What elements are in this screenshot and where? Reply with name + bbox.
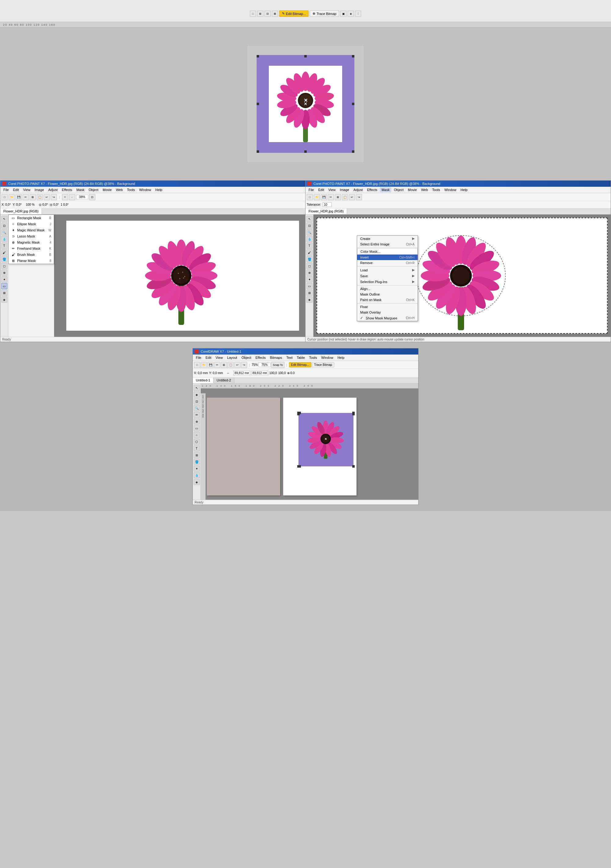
tool-clone[interactable]: ⊕	[1, 270, 7, 276]
draw-menu-bitmaps[interactable]: Bitmaps	[268, 355, 284, 360]
draw-tool-eyedrop[interactable]: 💧	[194, 472, 200, 478]
draw-tb-new[interactable]: □	[194, 362, 200, 368]
menu-mask-right[interactable]: Mask	[380, 188, 391, 192]
menu-object-right[interactable]: Object	[392, 188, 405, 192]
rtool-text[interactable]: T	[306, 243, 312, 249]
rtool-eye[interactable]: 💧	[306, 236, 312, 242]
ctx-mask-outline[interactable]: Mask Outline	[357, 291, 418, 297]
tb-copy[interactable]: ⊞	[29, 194, 36, 200]
menu-window-right[interactable]: Window	[442, 188, 458, 192]
rtool-erase[interactable]: ◻	[306, 263, 312, 269]
rtool-fill[interactable]: 🪣	[306, 256, 312, 262]
mask-dropdown-menu[interactable]: ▭ Rectangle Mask R ○ Ellipse Mask J ✦ Ma…	[8, 215, 54, 264]
draw-tool-pointer[interactable]: ↖	[194, 385, 200, 391]
rtb-new[interactable]: □	[307, 194, 313, 200]
toolbar-icon-5[interactable]: ▣	[340, 11, 346, 17]
tb-zoom-out[interactable]: -	[69, 194, 75, 200]
rtool-paint[interactable]: 🖌	[306, 250, 312, 256]
ctx-invert[interactable]: Invert Ctrl+Shift+I	[357, 254, 418, 260]
rtb-copy[interactable]: ⊞	[335, 194, 341, 200]
rtool-clone[interactable]: ⊕	[306, 270, 312, 276]
rtool-crop[interactable]: ⊡	[306, 223, 312, 229]
draw-trace-bitmap-btn[interactable]: Trace Bitmap	[312, 362, 334, 367]
menu-web-left[interactable]: Web	[114, 188, 124, 192]
menu-mask-left[interactable]: Mask	[74, 188, 86, 192]
tool-interactive[interactable]: ◈	[1, 296, 7, 302]
ctx-load[interactable]: Load ▶	[357, 267, 418, 273]
draw-tool-ellipse[interactable]: ○	[194, 432, 200, 438]
draw-tb-open[interactable]: 📁	[201, 362, 207, 368]
toolbar-icon-2[interactable]: ⊞	[257, 11, 263, 17]
menu-web-right[interactable]: Web	[419, 188, 430, 192]
menu-effects-right[interactable]: Effects	[365, 188, 379, 192]
toolbar-icon-7[interactable]: ⋮	[355, 11, 361, 17]
ctx-mask-overlay[interactable]: Mask Overlay	[357, 310, 418, 315]
draw-menubar[interactable]: File Edit View Layout Object Effects Bit…	[193, 355, 418, 361]
draw-tool-polygon[interactable]: ⬡	[194, 439, 200, 445]
left-menubar[interactable]: File Edit View Image Adjust Effects Mask…	[0, 187, 305, 193]
draw-tb-paste[interactable]: 📋	[227, 362, 234, 368]
rtb-save[interactable]: 💾	[321, 194, 327, 200]
menu-object-left[interactable]: Object	[87, 188, 100, 192]
mask-item-ellipse[interactable]: ○ Ellipse Mask J	[9, 221, 54, 227]
tb-open[interactable]: 📁	[9, 194, 15, 200]
draw-tb-undo[interactable]: ↩	[234, 362, 240, 368]
draw-tool-node[interactable]: ◈	[194, 392, 200, 398]
draw-zoom-input[interactable]	[258, 363, 271, 367]
tb-new[interactable]: □	[2, 194, 8, 200]
draw-menu-layout[interactable]: Layout	[225, 355, 239, 360]
menu-edit-left[interactable]: Edit	[11, 188, 21, 192]
menu-effects-left[interactable]: Effects	[60, 188, 74, 192]
tool-pointer[interactable]: ↖	[1, 216, 7, 222]
tool-effects-brush[interactable]: ✦	[1, 276, 7, 282]
draw-tool-effects[interactable]: ✦	[194, 465, 200, 471]
tool-text-tool[interactable]: T	[1, 243, 7, 249]
menu-image-right[interactable]: Image	[338, 188, 351, 192]
menu-tools-right[interactable]: Tools	[430, 188, 442, 192]
tool-crop[interactable]: ⊡	[1, 223, 7, 229]
ctx-color-mask[interactable]: Color Mask...	[357, 248, 418, 254]
draw-menu-view[interactable]: View	[214, 355, 225, 360]
draw-tool-freehand[interactable]: ✏	[194, 412, 200, 418]
tb-cut[interactable]: ✂	[23, 194, 29, 200]
menu-movie-right[interactable]: Movie	[406, 188, 419, 192]
draw-menu-help[interactable]: Help	[336, 355, 346, 360]
left-tab-flower[interactable]: Flower_HDR.jpg (RGB)	[0, 208, 42, 214]
draw-menu-window[interactable]: Window	[320, 355, 335, 360]
menu-tools-left[interactable]: Tools	[125, 188, 137, 192]
trace-bitmap-button[interactable]: ⊕ Trace Bitmap	[310, 10, 339, 17]
mask-item-lasso[interactable]: ⊃ Lasso Mask A	[9, 233, 54, 239]
tb-zoom-fit[interactable]: ⊡	[89, 194, 95, 200]
zoom-display-left[interactable]: 38%	[76, 195, 88, 199]
rtb-undo[interactable]: ↩	[349, 194, 355, 200]
ctx-save[interactable]: Save ▶	[357, 273, 418, 279]
mask-item-brush[interactable]: 🖌 Brush Mask B	[9, 251, 54, 258]
rtb-cut[interactable]: ✂	[328, 194, 334, 200]
menu-movie-left[interactable]: Movie	[101, 188, 113, 192]
tb-save[interactable]: 💾	[15, 194, 22, 200]
tool-eyedrop[interactable]: 💧	[1, 236, 7, 242]
ctx-float[interactable]: Float	[357, 304, 418, 310]
right-menubar[interactable]: File Edit View Image Adjust Effects Mask…	[305, 187, 611, 193]
ctx-selection-plugins[interactable]: Selection Plug-Ins ▶	[357, 279, 418, 285]
ctx-align[interactable]: Align...	[357, 286, 418, 291]
draw-snap-btn[interactable]: Snap To	[271, 362, 285, 368]
menu-view-left[interactable]: View	[22, 188, 32, 192]
menu-help-right[interactable]: Help	[459, 188, 470, 192]
mask-item-magnetic[interactable]: ⊗ Magnetic Mask 4	[9, 239, 54, 245]
draw-menu-object[interactable]: Object	[240, 355, 253, 360]
menu-view-right[interactable]: View	[326, 188, 337, 192]
rtb-open[interactable]: 📁	[314, 194, 320, 200]
tb-undo[interactable]: ↩	[44, 194, 50, 200]
draw-menu-tools[interactable]: Tools	[307, 355, 319, 360]
ctx-remove[interactable]: Remove Ctrl+R	[357, 260, 418, 266]
draw-edit-bitmap-btn[interactable]: Edit Bitmap...	[289, 362, 311, 367]
edit-bitmap-button[interactable]: ✎ Edit Bitmap...	[279, 10, 309, 17]
ctx-create[interactable]: Create ▶	[357, 236, 418, 242]
mask-item-rectangle[interactable]: ▭ Rectangle Mask R	[9, 215, 54, 221]
draw-tool-zoom[interactable]: 🔍	[194, 405, 200, 411]
rtool-interact[interactable]: ◈	[306, 296, 312, 302]
toolbar-icon-6[interactable]: ◈	[348, 11, 354, 17]
ctx-select-entire[interactable]: Select Entire Image Ctrl+A	[357, 242, 418, 247]
ctx-show-mask[interactable]: ✓ Show Mask Marguee Ctrl+H	[357, 315, 418, 321]
